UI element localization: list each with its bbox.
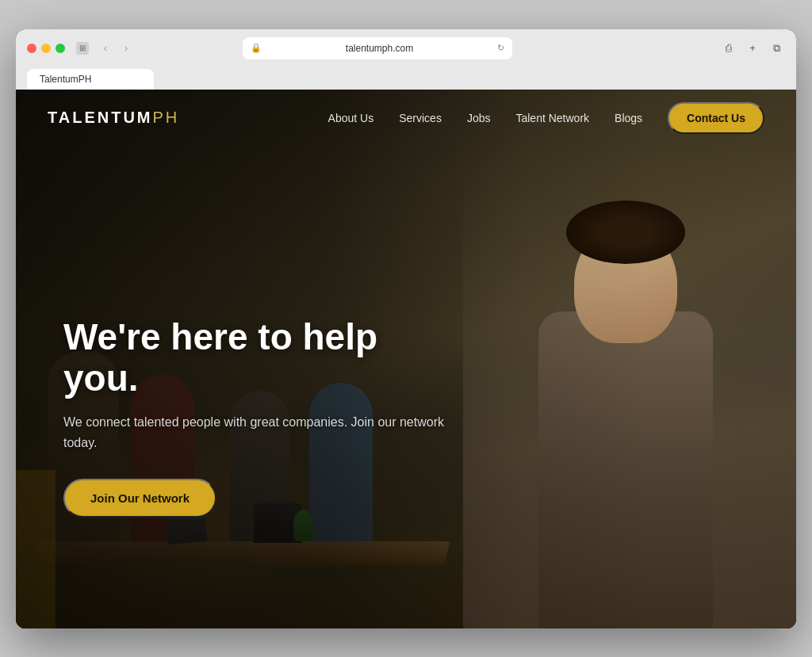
nav-links: About Us Services Jobs Talent Network Bl… <box>328 102 764 134</box>
forward-button[interactable]: › <box>117 40 135 57</box>
traffic-lights <box>27 44 65 53</box>
minimize-button[interactable] <box>41 44 51 53</box>
nav-about-us[interactable]: About Us <box>328 112 374 124</box>
join-network-button[interactable]: Join Our Network <box>63 479 216 518</box>
logo-part1: TALENTUM <box>48 109 153 126</box>
back-button[interactable]: ‹ <box>97 40 114 57</box>
browser-topbar: ⊞ ‹ › 🔒 talentumph.com ↻ ⎙ + ⧉ <box>27 37 785 59</box>
browser-window: ⊞ ‹ › 🔒 talentumph.com ↻ ⎙ + ⧉ TalentumP <box>16 29 796 628</box>
address-bar[interactable]: 🔒 talentumph.com ↻ <box>243 37 512 59</box>
nav-arrows: ‹ › <box>97 40 135 57</box>
woman-hair <box>566 201 685 264</box>
woman-body <box>538 311 713 628</box>
nav-blogs[interactable]: Blogs <box>615 112 642 124</box>
website-content: TALENTUMPH About Us Services Jobs Talent… <box>16 90 796 628</box>
nav-jobs[interactable]: Jobs <box>467 112 491 124</box>
browser-right-controls: ⎙ + ⧉ <box>720 40 785 57</box>
close-button[interactable] <box>27 44 36 53</box>
browser-chrome: ⊞ ‹ › 🔒 talentumph.com ↻ ⎙ + ⧉ TalentumP <box>16 29 796 90</box>
table <box>37 541 450 565</box>
woman-figure <box>479 169 772 628</box>
nav-services[interactable]: Services <box>399 112 442 124</box>
computer-2 <box>166 513 208 544</box>
window-controls: ⊞ <box>76 42 89 55</box>
tabs-icon[interactable]: ⧉ <box>768 40 785 57</box>
grid-view-btn[interactable]: ⊞ <box>76 42 89 55</box>
site-logo[interactable]: TALENTUMPH <box>48 109 179 127</box>
maximize-button[interactable] <box>56 44 65 53</box>
yellow-accent <box>16 470 56 628</box>
hero-content: We're here to help you. We connect talen… <box>63 316 460 518</box>
browser-tabs: TalentumPH <box>27 66 785 90</box>
reload-icon[interactable]: ↻ <box>497 43 504 53</box>
logo-part2: PH <box>153 109 180 126</box>
contact-us-button[interactable]: Contact Us <box>668 102 764 134</box>
new-tab-icon[interactable]: + <box>744 40 761 57</box>
woman-figure-area <box>463 153 796 628</box>
share-icon[interactable]: ⎙ <box>720 40 737 57</box>
lock-icon: 🔒 <box>251 43 262 53</box>
hero-headline: We're here to help you. <box>63 316 460 400</box>
site-navigation: TALENTUMPH About Us Services Jobs Talent… <box>16 90 796 147</box>
nav-talent-network[interactable]: Talent Network <box>515 112 589 124</box>
active-tab[interactable]: TalentumPH <box>27 69 154 90</box>
hero-subtext: We connect talented people with great co… <box>63 412 460 453</box>
url-display: talentumph.com <box>266 43 492 54</box>
